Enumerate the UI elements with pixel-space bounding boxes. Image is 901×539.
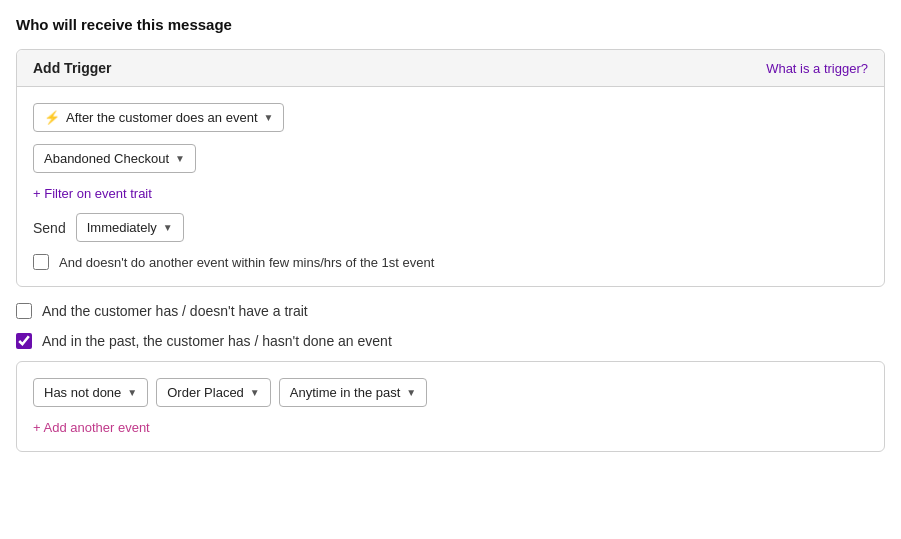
trigger-type-chevron-icon: ▼ <box>264 112 274 123</box>
trigger-type-dropdown[interactable]: ⚡ After the customer does an event ▼ <box>33 103 284 132</box>
has-not-done-dropdown[interactable]: Has not done ▼ <box>33 378 148 407</box>
trigger-type-row: ⚡ After the customer does an event ▼ <box>33 103 868 132</box>
trigger-card-title: Add Trigger <box>33 60 112 76</box>
past-event-card: Has not done ▼ Order Placed ▼ Anytime in… <box>16 361 885 452</box>
has-not-done-label: Has not done <box>44 385 121 400</box>
no-other-event-checkbox[interactable] <box>33 254 49 270</box>
add-another-event-link[interactable]: + Add another event <box>33 420 150 435</box>
send-timing-dropdown[interactable]: Immediately ▼ <box>76 213 184 242</box>
trait-condition-row: And the customer has / doesn't have a tr… <box>16 301 885 321</box>
page-title: Who will receive this message <box>16 16 885 33</box>
past-event-dropdowns-row: Has not done ▼ Order Placed ▼ Anytime in… <box>33 378 868 407</box>
has-not-done-chevron-icon: ▼ <box>127 387 137 398</box>
send-timing-chevron-icon: ▼ <box>163 222 173 233</box>
filter-on-event-trait-link[interactable]: + Filter on event trait <box>33 186 152 201</box>
trait-condition-label: And the customer has / doesn't have a tr… <box>42 303 308 319</box>
event-dropdown[interactable]: Abandoned Checkout ▼ <box>33 144 196 173</box>
filter-link-row: + Filter on event trait <box>33 185 868 201</box>
trigger-type-label: After the customer does an event <box>66 110 258 125</box>
trigger-card-body: ⚡ After the customer does an event ▼ Aba… <box>17 87 884 286</box>
anytime-in-past-dropdown[interactable]: Anytime in the past ▼ <box>279 378 427 407</box>
event-row: Abandoned Checkout ▼ <box>33 144 868 173</box>
event-label: Abandoned Checkout <box>44 151 169 166</box>
trait-condition-checkbox[interactable] <box>16 303 32 319</box>
send-row: Send Immediately ▼ <box>33 213 868 242</box>
anytime-in-past-label: Anytime in the past <box>290 385 401 400</box>
send-timing-label: Immediately <box>87 220 157 235</box>
past-event-condition-row: And in the past, the customer has / hasn… <box>16 331 885 351</box>
event-chevron-icon: ▼ <box>175 153 185 164</box>
trigger-card: Add Trigger What is a trigger? ⚡ After t… <box>16 49 885 287</box>
no-other-event-row: And doesn't do another event within few … <box>33 254 868 270</box>
order-placed-chevron-icon: ▼ <box>250 387 260 398</box>
send-label: Send <box>33 220 66 236</box>
order-placed-label: Order Placed <box>167 385 244 400</box>
trigger-card-header: Add Trigger What is a trigger? <box>17 50 884 87</box>
anytime-in-past-chevron-icon: ▼ <box>406 387 416 398</box>
no-other-event-label: And doesn't do another event within few … <box>59 255 434 270</box>
order-placed-dropdown[interactable]: Order Placed ▼ <box>156 378 271 407</box>
what-is-trigger-link[interactable]: What is a trigger? <box>766 61 868 76</box>
lightning-icon: ⚡ <box>44 110 60 125</box>
past-event-condition-checkbox[interactable] <box>16 333 32 349</box>
past-event-condition-label: And in the past, the customer has / hasn… <box>42 333 392 349</box>
